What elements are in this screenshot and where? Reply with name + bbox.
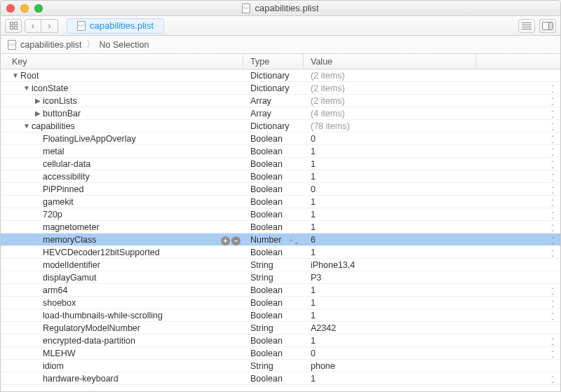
- row-type[interactable]: Boolean: [250, 159, 283, 169]
- row-type[interactable]: Array: [250, 109, 271, 119]
- disclosure-triangle-icon[interactable]: [23, 84, 29, 92]
- zoom-window-button[interactable]: [34, 4, 43, 13]
- row-type[interactable]: String: [250, 323, 273, 333]
- table-row[interactable]: FloatingLiveAppOverlayBoolean0: [1, 133, 560, 145]
- row-value[interactable]: phone: [311, 361, 335, 371]
- value-stepper[interactable]: [549, 312, 556, 322]
- row-value[interactable]: P3: [311, 273, 321, 283]
- value-stepper[interactable]: [549, 350, 556, 360]
- table-row[interactable]: 720pBoolean1: [1, 208, 560, 221]
- forward-button[interactable]: ›: [41, 19, 58, 33]
- row-value[interactable]: 1: [311, 374, 316, 384]
- table-row[interactable]: metalBoolean1: [1, 145, 560, 158]
- row-value[interactable]: 1: [311, 197, 316, 207]
- value-stepper[interactable]: [549, 211, 556, 221]
- table-row[interactable]: RegulatoryModelNumberStringA2342: [1, 322, 560, 334]
- value-stepper[interactable]: [549, 110, 556, 120]
- row-type[interactable]: Dictionary: [250, 83, 290, 93]
- row-type[interactable]: Boolean: [250, 285, 283, 295]
- row-type[interactable]: Boolean: [250, 222, 283, 232]
- table-row[interactable]: capabilitiesDictionary(78 items): [1, 120, 560, 133]
- related-items-button[interactable]: [5, 19, 22, 33]
- table-row[interactable]: RootDictionary(2 items): [1, 69, 560, 82]
- remove-row-button[interactable]: –: [231, 236, 241, 245]
- disclosure-triangle-icon[interactable]: [34, 109, 41, 117]
- value-stepper[interactable]: [549, 198, 556, 208]
- value-stepper[interactable]: [549, 135, 556, 145]
- close-window-button[interactable]: [6, 4, 15, 13]
- table-row[interactable]: cellular-dataBoolean1: [1, 158, 560, 170]
- back-button[interactable]: ‹: [25, 19, 41, 33]
- row-type[interactable]: Boolean: [250, 311, 283, 320]
- row-type[interactable]: Dictionary: [250, 71, 290, 81]
- value-stepper[interactable]: [549, 148, 556, 158]
- row-value[interactable]: iPhone13,4: [311, 260, 355, 270]
- row-type[interactable]: Boolean: [250, 147, 283, 156]
- value-stepper[interactable]: [549, 224, 556, 234]
- row-type[interactable]: Boolean: [250, 374, 283, 384]
- table-row[interactable]: PiPPinnedBoolean0: [1, 183, 560, 196]
- row-type[interactable]: Boolean: [250, 298, 283, 308]
- row-value[interactable]: 0: [311, 349, 316, 358]
- editor-tab[interactable]: capabilities.plist: [67, 18, 164, 34]
- row-value[interactable]: 1: [311, 336, 316, 346]
- value-stepper[interactable]: [549, 173, 556, 183]
- table-row[interactable]: displayGamutStringP3: [1, 271, 560, 284]
- table-row[interactable]: accessibilityBoolean1: [1, 170, 560, 183]
- row-value[interactable]: 1: [311, 298, 316, 308]
- path-file[interactable]: capabilities.plist: [20, 40, 82, 50]
- value-stepper[interactable]: [549, 337, 556, 347]
- table-row[interactable]: gamekitBoolean1: [1, 196, 560, 208]
- row-value[interactable]: 1: [311, 248, 316, 257]
- value-stepper[interactable]: [549, 287, 556, 297]
- row-value[interactable]: 1: [311, 222, 316, 232]
- minimize-window-button[interactable]: [20, 4, 29, 13]
- table-row[interactable]: idiomStringphone: [1, 360, 560, 372]
- table-row[interactable]: HEVCDecoder12bitSupportedBoolean1: [1, 246, 560, 259]
- disclosure-triangle-icon[interactable]: [34, 97, 41, 104]
- row-type[interactable]: Boolean: [250, 134, 283, 144]
- value-stepper[interactable]: [549, 249, 556, 259]
- table-row[interactable]: buttonBarArray(4 items): [1, 107, 560, 120]
- row-type[interactable]: Dictionary: [250, 121, 290, 131]
- row-type[interactable]: String: [250, 260, 273, 270]
- add-row-button[interactable]: +: [221, 236, 230, 245]
- value-stepper[interactable]: [549, 161, 556, 170]
- table-row[interactable]: hardware-keyboardBoolean1: [1, 372, 560, 385]
- plist-rows[interactable]: RootDictionary(2 items)iconStateDictiona…: [1, 69, 560, 391]
- row-value[interactable]: 1: [311, 147, 316, 156]
- outline-view-button[interactable]: [518, 19, 535, 33]
- table-row[interactable]: MLEHWBoolean0: [1, 347, 560, 360]
- value-stepper[interactable]: [549, 123, 556, 133]
- column-header-key[interactable]: Key: [1, 54, 243, 69]
- row-value[interactable]: 1: [311, 210, 316, 219]
- row-type[interactable]: Boolean: [250, 210, 283, 219]
- row-value[interactable]: 1: [311, 311, 316, 320]
- table-row[interactable]: shoeboxBoolean1: [1, 297, 560, 309]
- row-type[interactable]: String: [250, 361, 273, 371]
- row-type[interactable]: Boolean: [250, 197, 283, 207]
- column-header-value[interactable]: Value: [304, 54, 476, 69]
- row-type[interactable]: Boolean: [250, 349, 283, 358]
- value-stepper[interactable]: [549, 375, 556, 385]
- value-stepper[interactable]: [549, 236, 556, 246]
- inspector-toggle-button[interactable]: [539, 19, 556, 33]
- row-value[interactable]: 1: [311, 285, 316, 295]
- row-value[interactable]: 6: [311, 235, 316, 245]
- value-stepper[interactable]: [549, 299, 556, 309]
- row-type[interactable]: Boolean: [250, 172, 283, 182]
- row-type[interactable]: String: [250, 273, 273, 283]
- row-value[interactable]: 0: [311, 134, 316, 144]
- type-popup-icon[interactable]: ⌃⌄: [288, 238, 299, 245]
- row-value[interactable]: 1: [311, 159, 316, 169]
- value-stepper[interactable]: [549, 85, 556, 95]
- table-row[interactable]: modelIdentifierStringiPhone13,4: [1, 259, 560, 271]
- table-row[interactable]: iconStateDictionary(2 items): [1, 82, 560, 95]
- table-row[interactable]: memoryClass+–Number⌃⌄6: [1, 234, 560, 246]
- table-row[interactable]: load-thumbnails-while-scrollingBoolean1: [1, 309, 560, 322]
- table-row[interactable]: magnetometerBoolean1: [1, 221, 560, 234]
- table-row[interactable]: iconListsArray(2 items): [1, 95, 560, 107]
- row-type[interactable]: Boolean: [250, 248, 283, 257]
- disclosure-triangle-icon[interactable]: [12, 72, 18, 79]
- table-row[interactable]: encrypted-data-partitionBoolean1: [1, 334, 560, 347]
